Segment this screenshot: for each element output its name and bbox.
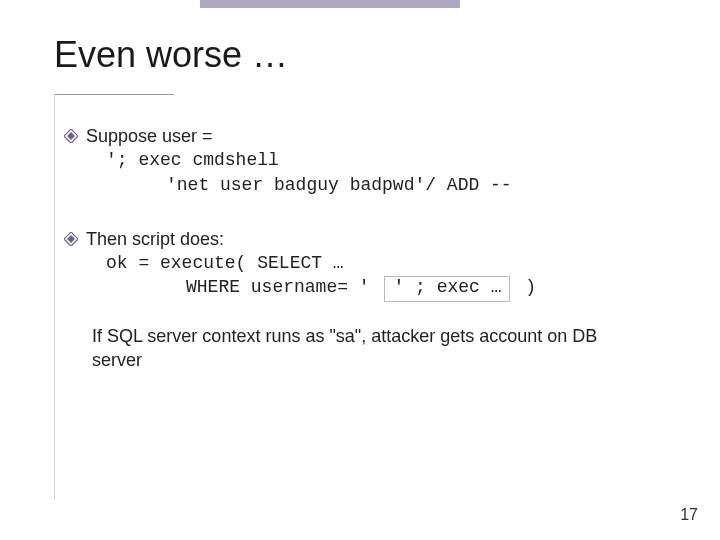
svg-rect-1: [67, 132, 75, 140]
highlight-box: ' ; exec …: [384, 276, 510, 302]
slide-body: Suppose user = '; exec cmdshell 'net use…: [64, 124, 690, 373]
title-underline: [54, 94, 174, 95]
bullet-2: Then script does:: [64, 227, 690, 251]
svg-rect-3: [67, 235, 75, 243]
bullet-1: Suppose user =: [64, 124, 690, 148]
diamond-bullet-icon: [64, 232, 78, 246]
diamond-bullet-icon: [64, 129, 78, 143]
slide: Even worse … Suppose user = '; exec cmds…: [0, 0, 720, 540]
bullet-1-code-line-1: '; exec cmdshell: [64, 148, 690, 172]
page-number: 17: [680, 506, 698, 524]
top-decoration: [200, 0, 460, 8]
conclusion-text: If SQL server context runs as "sa", atta…: [64, 324, 690, 373]
code-where-suffix: ): [514, 277, 536, 297]
bullet-2-text: Then script does:: [86, 229, 224, 249]
vertical-rule: [54, 94, 55, 500]
slide-title: Even worse …: [54, 34, 288, 76]
bullet-1-text: Suppose user =: [86, 126, 213, 146]
bullet-2-code-line-1: ok = execute( SELECT …: [64, 251, 690, 275]
bullet-1-code-line-2: 'net user badguy badpwd'/ ADD --: [64, 173, 690, 197]
bullet-2-code-line-2: WHERE username= ' ' ; exec … ): [64, 275, 690, 302]
code-where-prefix: WHERE username= ': [186, 277, 380, 297]
